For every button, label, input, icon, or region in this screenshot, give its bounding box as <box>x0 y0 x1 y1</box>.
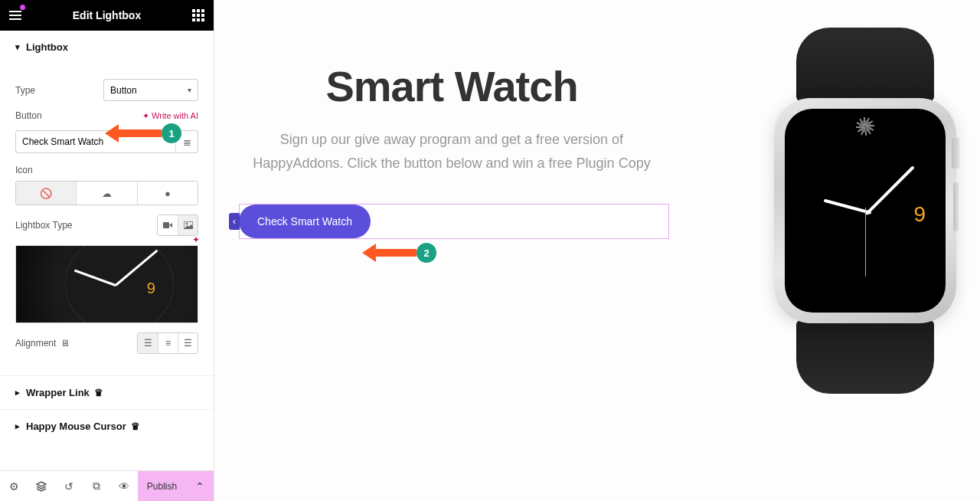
ai-sparkle-icon[interactable]: ✦ <box>192 234 200 245</box>
editor-sidebar: Edit Lightbox Lightbox Type Button Butto… <box>0 0 214 501</box>
lightbox-type-toggle <box>157 214 198 236</box>
lightbox-cta-button[interactable]: Check Smart Watch <box>239 205 371 238</box>
section-lightbox-content: Type Button Button Write with AI ≣ Icon … <box>0 64 214 376</box>
history-icon[interactable]: ↺ <box>55 471 83 502</box>
responsive-mode-icon[interactable]: ⧉ <box>83 471 110 502</box>
publish-button[interactable]: Publish <box>138 471 186 502</box>
annotation-badge-2: 2 <box>416 243 436 263</box>
navigator-icon[interactable] <box>28 471 55 502</box>
menu-icon[interactable] <box>9 11 21 20</box>
video-icon <box>163 221 172 229</box>
media-preview[interactable]: ✦ 9 <box>15 245 198 323</box>
align-right-button[interactable]: ☰ <box>178 333 198 353</box>
row-button: Button Write with AI <box>15 110 198 121</box>
label-lightbox-type: Lightbox Type <box>15 220 73 231</box>
settings-icon[interactable]: ⚙ <box>0 471 28 502</box>
row-type: Type Button <box>15 79 198 101</box>
annotation-arrow-1: 1 <box>117 129 162 137</box>
select-type-value: Button <box>110 85 137 96</box>
notification-dot <box>20 5 25 10</box>
widget-selection[interactable]: ‹ Check Smart Watch <box>239 204 669 239</box>
publish-options-icon[interactable]: ⌃ <box>186 471 214 502</box>
content-column: Smart Watch Sign up our give away progra… <box>230 61 674 239</box>
icon-upload-button[interactable]: ☁ <box>76 182 136 205</box>
section-lightbox-toggle[interactable]: Lightbox <box>0 31 214 64</box>
write-ai-link[interactable]: Write with AI <box>142 111 198 121</box>
section-cursor-toggle[interactable]: Happy Mouse Cursor ♛ <box>0 409 214 443</box>
select-type[interactable]: Button <box>103 79 198 101</box>
label-button: Button <box>15 110 42 121</box>
watch-screen-number: 9 <box>913 202 926 227</box>
icon-toggle-group: 🚫 ☁ ● <box>15 181 198 205</box>
row-alignment: Alignment 🖥 ☰ ≡ ☰ <box>15 332 198 354</box>
svg-rect-0 <box>163 222 169 228</box>
preview-icon[interactable]: 👁 <box>110 471 138 502</box>
icon-none-button[interactable]: 🚫 <box>16 182 76 205</box>
page-canvas: Smart Watch Sign up our give away progra… <box>214 0 980 501</box>
align-center-button[interactable]: ≡ <box>158 333 178 353</box>
row-lightbox-type: Lightbox Type <box>15 214 198 236</box>
label-type: Type <box>15 85 35 96</box>
section-cursor-title: Happy Mouse Cursor <box>26 421 126 432</box>
lightbox-type-video-button[interactable] <box>158 215 178 235</box>
svg-point-2 <box>185 223 188 225</box>
apps-grid-icon[interactable] <box>192 9 204 21</box>
preview-watch-number: 9 <box>147 280 155 297</box>
product-image: 9 <box>758 28 972 394</box>
icon-library-button[interactable]: ● <box>137 182 198 205</box>
lightbox-type-image-button[interactable] <box>178 215 198 235</box>
edit-handle-icon[interactable]: ‹ <box>229 213 240 230</box>
label-icon: Icon <box>15 165 33 175</box>
sidebar-footer: ⚙ ↺ ⧉ 👁 Publish ⌃ <box>0 470 214 501</box>
image-icon <box>184 221 193 229</box>
sidebar-header: Edit Lightbox <box>0 0 214 31</box>
alignment-toggle: ☰ ≡ ☰ <box>137 332 198 354</box>
section-title: Lightbox <box>26 41 68 53</box>
annotation-arrow-2: 2 <box>374 249 416 257</box>
annotation-badge-1: 1 <box>162 123 181 143</box>
section-wrapper-toggle[interactable]: Wrapper Link ♛ <box>0 376 214 409</box>
sidebar-body: Lightbox Type Button Button Write with A… <box>0 31 214 470</box>
crown-icon: ♛ <box>131 421 140 432</box>
hero-title: Smart Watch <box>230 61 674 111</box>
hero-subtitle: Sign up our give away program and get a … <box>249 128 655 175</box>
crown-icon: ♛ <box>94 387 103 398</box>
section-wrapper-title: Wrapper Link <box>26 387 90 398</box>
preview-image: 9 <box>15 245 198 323</box>
responsive-icon[interactable]: 🖥 <box>60 338 70 349</box>
sidebar-title: Edit Lightbox <box>21 9 192 21</box>
label-alignment: Alignment <box>15 338 56 349</box>
align-left-button[interactable]: ☰ <box>138 333 158 353</box>
